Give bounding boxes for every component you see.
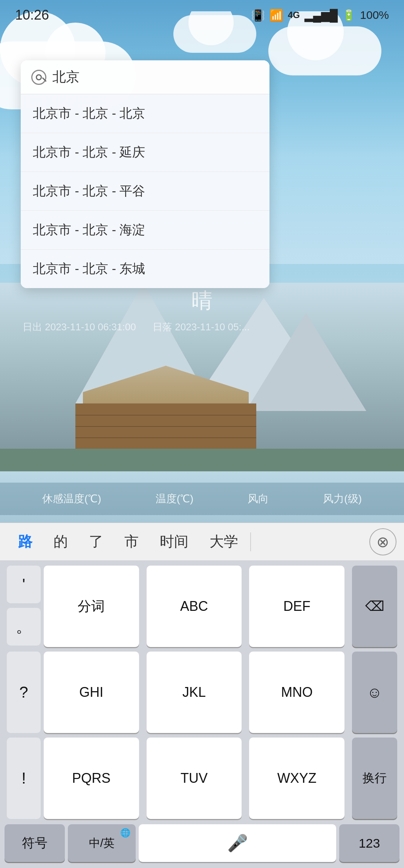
key-newline[interactable]: 换行 (352, 738, 397, 819)
suggestion-shijian[interactable]: 时间 (149, 532, 199, 551)
ground (0, 449, 404, 471)
search-dropdown: 北京 北京市 - 北京 - 北京 北京市 - 北京 - 延庆 北京市 - 北京 … (21, 60, 269, 288)
weather-bottom-item-1: 休感温度(℃) (42, 492, 101, 506)
key-symbols[interactable]: 符号 (5, 824, 65, 862)
suggestion-le[interactable]: 了 (78, 532, 114, 551)
sunrise-sunset: 日出 2023-11-10 06:31:00 日落 2023-11-10 05:… (23, 321, 249, 334)
delete-circle-icon: ⊗ (376, 533, 389, 551)
keyboard-row-3: ! PQRS TUV WXYZ 换行 (0, 735, 404, 821)
punct-col-2: ? (5, 652, 38, 733)
weather-condition: 晴 (191, 288, 213, 312)
keyboard-container: 路 的 了 市 时间 大学 ⊗ ' 。 分词 ABC DEF ⌫ (0, 523, 404, 868)
siding-1 (75, 415, 256, 416)
suggestion-shi[interactable]: 市 (114, 532, 149, 551)
siding-3 (75, 437, 256, 438)
suggestion-lu[interactable]: 路 (8, 532, 43, 551)
4g-icon: 4G (288, 10, 300, 20)
key-fenci[interactable]: 分词 (44, 566, 139, 647)
dropdown-item-1[interactable]: 北京市 - 北京 - 北京 (21, 94, 269, 133)
chinese-english-label: 中/英 (89, 836, 115, 851)
key-mno[interactable]: MNO (249, 652, 344, 733)
key-exclaim[interactable]: ! (7, 738, 41, 819)
weather-bottom-bar: 休感温度(℃) 温度(℃) 风向 风力(级) (0, 483, 404, 515)
sunrise-text: 日出 2023-11-10 06:31:00 (23, 321, 136, 333)
key-chinese-english[interactable]: 🌐 中/英 (68, 824, 136, 862)
dropdown-item-4[interactable]: 北京市 - 北京 - 海淀 (21, 211, 269, 250)
keyboard-main: ' 。 分词 ABC DEF ⌫ ? GHI JKL MN (0, 560, 404, 868)
vibrate-icon: 📳 (251, 9, 265, 22)
suggestion-de[interactable]: 的 (43, 532, 78, 551)
status-icons: 📳 📶 4G ▂▄▆█ 🔋 100% (251, 9, 389, 22)
dropdown-item-3[interactable]: 北京市 - 北京 - 平谷 (21, 172, 269, 211)
key-space[interactable]: 🎤 (139, 824, 336, 862)
key-abc[interactable]: ABC (147, 566, 242, 647)
key-apostrophe[interactable]: ' (7, 566, 41, 603)
weather-bottom-item-3: 风向 (248, 492, 269, 506)
key-pqrs[interactable]: PQRS (44, 738, 139, 819)
suggestions-bar: 路 的 了 市 时间 大学 ⊗ (0, 523, 404, 560)
dropdown-item-2[interactable]: 北京市 - 北京 - 延庆 (21, 133, 269, 172)
search-icon (31, 70, 46, 85)
sunset-text: 日落 2023-11-10 05:... (153, 321, 249, 333)
key-ghi[interactable]: GHI (44, 652, 139, 733)
search-input-value[interactable]: 北京 (52, 68, 259, 86)
punct-col-1: ' 。 (5, 566, 38, 647)
mic-icon: 🎤 (227, 833, 248, 853)
key-emoji[interactable]: ☺ (352, 652, 397, 733)
keyboard-row-2: ? GHI JKL MNO ☺ (0, 649, 404, 735)
cloud-2 (268, 26, 381, 75)
punct-col-3: ! (5, 738, 38, 819)
weather-bottom-item-2: 温度(℃) (156, 492, 194, 506)
main-keys-row-2: GHI JKL MNO ☺ (41, 652, 399, 733)
keyboard-bottom-row: 符号 🌐 中/英 🎤 123 (0, 821, 404, 865)
suggestion-divider (250, 532, 251, 551)
key-period[interactable]: 。 (7, 608, 41, 646)
battery-icon: 🔋 (342, 9, 355, 21)
battery-percent: 100% (360, 9, 389, 21)
signal-icon: ▂▄▆█ (305, 9, 338, 22)
search-bar-row[interactable]: 北京 (21, 60, 269, 94)
wifi-icon: 📶 (269, 9, 283, 22)
status-time: 10:26 (15, 7, 49, 23)
mountain-peak-3 (246, 313, 366, 411)
main-keys-row-1: 分词 ABC DEF ⌫ (41, 566, 399, 647)
key-tuv[interactable]: TUV (147, 738, 242, 819)
backspace-icon: ⌫ (365, 598, 384, 614)
keyboard-row-1: ' 。 分词 ABC DEF ⌫ (0, 563, 404, 649)
emoji-icon: ☺ (367, 684, 383, 701)
key-question[interactable]: ? (7, 652, 41, 733)
main-keys-row-3: PQRS TUV WXYZ 换行 (41, 738, 399, 819)
key-backspace[interactable]: ⌫ (352, 566, 397, 647)
globe-icon-small: 🌐 (120, 828, 130, 838)
weather-condition-display: 晴 (0, 287, 404, 315)
siding-2 (75, 426, 256, 427)
key-numbers[interactable]: 123 (339, 824, 399, 862)
key-def[interactable]: DEF (249, 566, 344, 647)
key-wxyz[interactable]: WXYZ (249, 738, 344, 819)
status-bar: 10:26 📳 📶 4G ▂▄▆█ 🔋 100% (0, 0, 404, 30)
weather-bottom-item-4: 风力(级) (323, 492, 362, 506)
suggestion-daxue[interactable]: 大学 (199, 532, 249, 551)
dropdown-item-5[interactable]: 北京市 - 北京 - 东城 (21, 250, 269, 288)
suggestion-delete-btn[interactable]: ⊗ (369, 528, 396, 555)
key-jkl[interactable]: JKL (147, 652, 242, 733)
